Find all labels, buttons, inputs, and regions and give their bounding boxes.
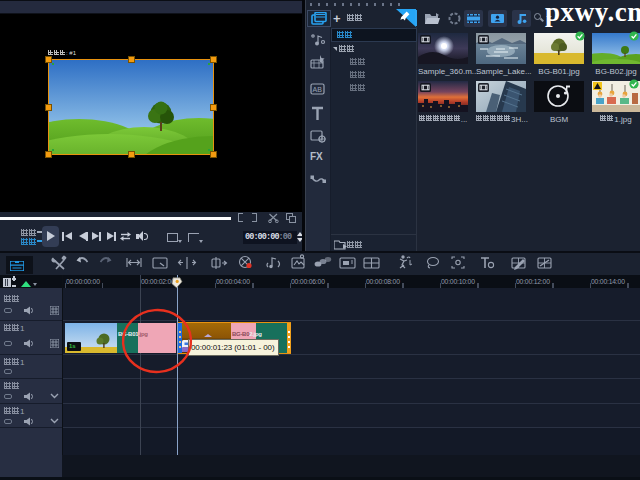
svg-text:FX: FX (310, 151, 323, 162)
svg-text:AB: AB (313, 86, 323, 93)
